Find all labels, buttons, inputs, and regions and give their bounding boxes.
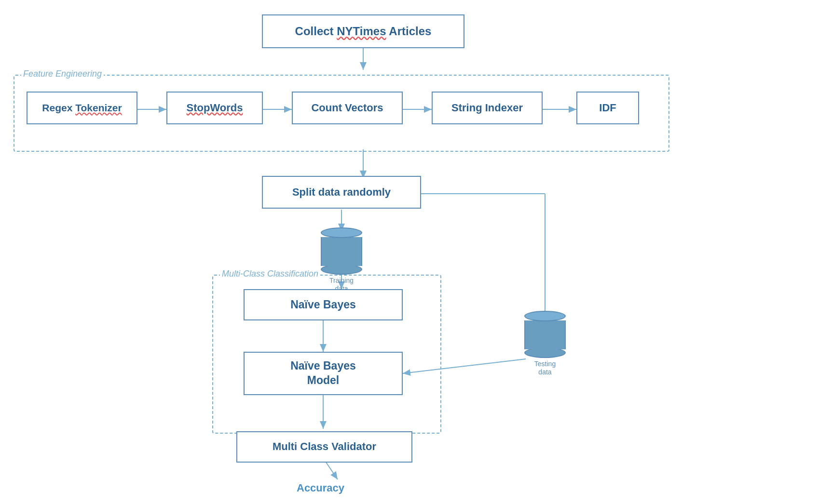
diagram: Collect NYTimes Articles Feature Enginee… xyxy=(0,0,818,504)
string-indexer-label: String Indexer xyxy=(451,101,523,115)
svg-line-11 xyxy=(325,460,338,479)
training-cylinder-body xyxy=(321,237,362,266)
testing-cylinder-top xyxy=(524,311,566,321)
naive-bayes-model-box: Naïve BayesModel xyxy=(244,352,403,395)
regex-tokenizer-label: Regex Tokenizer xyxy=(42,101,122,114)
naive-bayes-label: Naïve Bayes xyxy=(290,298,356,312)
feature-engineering-label: Feature Engineering xyxy=(21,69,104,79)
multi-class-validator-label: Multi Class Validator xyxy=(273,440,376,454)
training-cylinder-top xyxy=(321,227,362,238)
idf-label: IDF xyxy=(599,101,616,115)
multiclass-label: Multi-Class Classification xyxy=(220,269,320,279)
stopwords-box: StopWords xyxy=(166,92,263,124)
naive-bayes-model-label: Naïve BayesModel xyxy=(290,359,356,388)
multi-class-validator-box: Multi Class Validator xyxy=(236,431,412,463)
idf-box: IDF xyxy=(576,92,639,124)
stopwords-label: StopWords xyxy=(187,101,243,115)
testing-cylinder-body xyxy=(524,320,566,349)
split-data-label: Split data randomly xyxy=(292,186,391,199)
collect-articles-label: Collect NYTimes Articles xyxy=(295,24,432,39)
naive-bayes-box: Naïve Bayes xyxy=(244,289,403,320)
collect-articles-box: Collect NYTimes Articles xyxy=(262,14,464,48)
count-vectors-box: Count Vectors xyxy=(292,92,403,124)
regex-tokenizer-box: Regex Tokenizer xyxy=(27,92,137,124)
accuracy-label: Accuracy xyxy=(297,482,344,494)
count-vectors-label: Count Vectors xyxy=(311,101,383,115)
testing-data-label: Testingdata xyxy=(534,360,556,376)
string-indexer-box: String Indexer xyxy=(432,92,543,124)
testing-data-cylinder: Testingdata xyxy=(523,311,567,376)
split-data-box: Split data randomly xyxy=(262,176,421,209)
